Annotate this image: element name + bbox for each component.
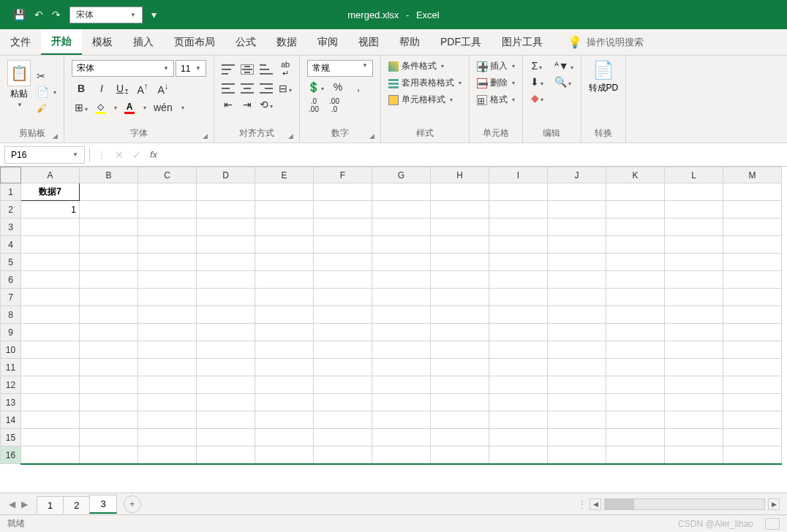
tab-picture[interactable]: 图片工具 <box>492 29 553 55</box>
cell[interactable] <box>431 411 489 429</box>
row-header[interactable]: 8 <box>1 306 21 324</box>
horizontal-scrollbar[interactable] <box>604 498 765 510</box>
launcher-icon[interactable]: ◢ <box>369 132 374 140</box>
cell[interactable] <box>138 341 197 359</box>
cell[interactable] <box>606 254 665 271</box>
cell[interactable] <box>431 324 489 341</box>
cell[interactable] <box>723 394 782 411</box>
tab-layout[interactable]: 页面布局 <box>164 29 225 55</box>
format-painter-button[interactable]: 🖌 <box>37 102 56 114</box>
cell[interactable] <box>80 394 138 411</box>
cell[interactable] <box>138 376 197 394</box>
cell[interactable] <box>431 236 489 254</box>
cell[interactable] <box>431 183 489 201</box>
tab-file[interactable]: 文件 <box>0 29 41 55</box>
cell[interactable] <box>489 359 548 376</box>
cell[interactable] <box>138 359 197 376</box>
cell[interactable] <box>431 254 489 271</box>
cell[interactable] <box>314 201 372 218</box>
cell[interactable] <box>548 218 606 236</box>
cell[interactable] <box>80 376 138 394</box>
cell[interactable] <box>138 201 197 218</box>
redo-icon[interactable]: ↷ <box>52 9 61 20</box>
cell[interactable] <box>21 376 80 394</box>
align-right-button[interactable] <box>260 83 273 94</box>
cell[interactable] <box>314 218 372 236</box>
row-header[interactable]: 13 <box>1 394 21 411</box>
cell[interactable] <box>21 359 80 376</box>
cell[interactable] <box>80 218 138 236</box>
cell[interactable] <box>606 429 665 446</box>
cell[interactable] <box>314 236 372 254</box>
tab-help[interactable]: 帮助 <box>389 29 430 55</box>
cell[interactable] <box>255 411 314 429</box>
cell[interactable] <box>723 376 782 394</box>
convert-pdf-button[interactable]: 📄 转成PD <box>589 60 619 94</box>
cell[interactable] <box>606 341 665 359</box>
cell[interactable] <box>372 324 431 341</box>
cell[interactable] <box>489 254 548 271</box>
cell[interactable] <box>431 359 489 376</box>
cell[interactable] <box>548 254 606 271</box>
align-bottom-button[interactable] <box>260 64 273 75</box>
expand-icon[interactable]: ⋮ <box>97 150 106 160</box>
cell[interactable] <box>372 236 431 254</box>
save-icon[interactable]: 💾 <box>13 9 26 20</box>
cell[interactable] <box>548 236 606 254</box>
cell[interactable] <box>372 289 431 306</box>
col-header[interactable]: H <box>431 167 489 183</box>
cell[interactable] <box>489 271 548 289</box>
percent-button[interactable]: % <box>331 81 344 93</box>
qat-customize-icon[interactable]: ▾ <box>151 9 157 20</box>
cell[interactable] <box>314 376 372 394</box>
cell[interactable] <box>431 429 489 446</box>
cell[interactable] <box>80 201 138 218</box>
row-header[interactable]: 16 <box>1 446 21 464</box>
cell[interactable] <box>723 429 782 446</box>
comma-button[interactable]: , <box>352 81 365 93</box>
cell[interactable] <box>138 306 197 324</box>
cell[interactable]: 数据7 <box>21 183 80 201</box>
cell[interactable] <box>21 218 80 236</box>
tab-data[interactable]: 数据 <box>266 29 307 55</box>
cell[interactable] <box>255 254 314 271</box>
cell[interactable] <box>489 394 548 411</box>
cell[interactable] <box>665 411 723 429</box>
cell[interactable] <box>431 289 489 306</box>
launcher-icon[interactable]: ◢ <box>288 132 293 140</box>
normal-view-icon[interactable] <box>765 518 780 530</box>
cell[interactable] <box>489 446 548 464</box>
bold-button[interactable]: B <box>75 83 88 94</box>
fill-color-button[interactable]: ◇ <box>95 102 105 114</box>
cell[interactable] <box>197 201 255 218</box>
border-button[interactable]: ⊞▾ <box>75 102 88 113</box>
cell[interactable] <box>138 271 197 289</box>
cell[interactable] <box>489 411 548 429</box>
cell[interactable] <box>606 271 665 289</box>
cell[interactable] <box>372 411 431 429</box>
col-header[interactable]: I <box>489 167 548 183</box>
cell[interactable] <box>80 341 138 359</box>
cell[interactable] <box>314 394 372 411</box>
cell[interactable] <box>489 376 548 394</box>
col-header[interactable]: B <box>80 167 138 183</box>
cell[interactable] <box>138 289 197 306</box>
cell[interactable] <box>21 429 80 446</box>
paste-button[interactable]: 📋 粘贴 ▼ <box>7 60 31 124</box>
cell[interactable] <box>372 183 431 201</box>
scroll-right-icon[interactable]: ▶ <box>768 498 780 510</box>
number-format-select[interactable]: 常规▼ <box>307 60 373 77</box>
col-header[interactable]: C <box>138 167 197 183</box>
cell[interactable] <box>138 183 197 201</box>
tab-formula[interactable]: 公式 <box>225 29 266 55</box>
sheet-tab[interactable]: 1 <box>37 496 64 514</box>
cell[interactable] <box>80 446 138 464</box>
row-header[interactable]: 9 <box>1 324 21 341</box>
cell[interactable] <box>723 201 782 218</box>
cell[interactable] <box>255 446 314 464</box>
font-name-select[interactable]: 宋体▼ <box>72 60 174 77</box>
qat-font-select[interactable]: 宋体 ▼ <box>69 7 143 23</box>
launcher-icon[interactable]: ◢ <box>203 132 208 140</box>
cell[interactable] <box>723 236 782 254</box>
format-cells-button[interactable]: ⊞格式▾ <box>477 94 515 106</box>
